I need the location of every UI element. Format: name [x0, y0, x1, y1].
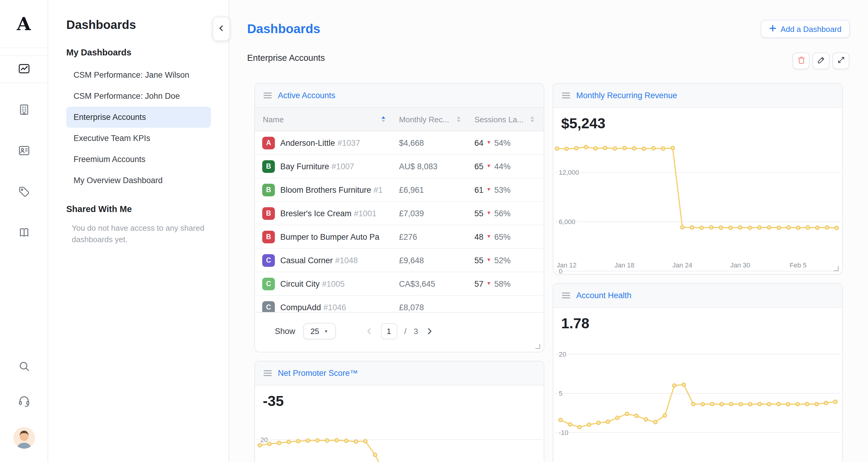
widgets-grid: Active Accounts Name Monthly Rec... Sess…	[254, 83, 868, 462]
page-total: 3	[413, 327, 418, 335]
widget-title[interactable]: Active Accounts	[278, 91, 336, 100]
sidebar-item-enterprise-accounts[interactable]: Enterprise Accounts	[66, 107, 211, 128]
health-value: 1.78	[561, 315, 842, 332]
trend-down-icon: ▼	[487, 140, 491, 145]
sessions-percent: 65%	[494, 232, 510, 241]
account-name: Bay Furniture	[280, 162, 329, 171]
account-row[interactable]: CCasual Corner#1048 £9,648 55▼52%	[255, 249, 544, 272]
drag-handle-icon[interactable]	[562, 92, 570, 99]
widget-title[interactable]: Net Promoter Score™	[278, 369, 358, 378]
rail-item-library[interactable]	[0, 219, 48, 247]
column-label: Sessions La...	[474, 115, 524, 124]
column-label: Monthly Rec...	[399, 115, 449, 124]
account-avatar: A	[262, 136, 275, 149]
sidebar-item-csm-jane[interactable]: CSM Performance: Jane Wilson	[66, 64, 211, 86]
svg-text:Jan 30: Jan 30	[730, 261, 750, 269]
column-header-mrr[interactable]: Monthly Rec...	[394, 115, 469, 124]
table-footer: Show 25 ▼ 1 / 3	[255, 312, 544, 352]
page-number-input[interactable]: 1	[381, 323, 397, 339]
trend-down-icon: ▼	[487, 164, 491, 169]
account-avatar: B	[262, 160, 275, 172]
account-name-cell: BBumper to Bumper Auto Pa	[255, 230, 394, 243]
sessions-percent: 44%	[494, 162, 510, 171]
account-row[interactable]: CCircuit City#1005 CA$3,645 57▼58%	[255, 272, 544, 296]
account-mrr: £7,039	[394, 209, 469, 218]
rail-item-search[interactable]	[0, 357, 48, 376]
edit-dashboard-button[interactable]	[812, 53, 830, 69]
widget-resize-handle[interactable]	[535, 344, 540, 349]
chevron-left-icon	[217, 24, 225, 34]
account-avatar: B	[262, 184, 275, 196]
app-logo[interactable]: A	[0, 0, 48, 48]
account-sessions: 61▼53%	[469, 185, 544, 194]
rail-item-accounts[interactable]	[0, 96, 48, 124]
sessions-value: 61	[474, 185, 484, 194]
account-name-cell: BBresler's Ice Cream#1001	[255, 207, 394, 220]
app-root: A	[0, 0, 868, 462]
account-name-cell: CCircuit City#1005	[255, 277, 394, 290]
rail-item-billing[interactable]	[0, 178, 48, 206]
column-header-sessions[interactable]: Sessions La...	[469, 115, 544, 124]
account-name-cell: CCompuAdd#1046	[255, 301, 394, 312]
account-avatar: C	[262, 301, 275, 312]
account-name-cell: CCasual Corner#1048	[255, 254, 394, 267]
account-sessions: 57▼58%	[469, 279, 544, 288]
widget-title[interactable]: Monthly Recurring Revenue	[576, 91, 677, 100]
sessions-percent: 56%	[494, 209, 510, 218]
account-row[interactable]: CCompuAdd#1046 £8,078	[255, 296, 544, 312]
accounts-table-body: AAnderson-Little#1037 $4,668 64▼54% BBay…	[255, 131, 544, 312]
widget-active-accounts: Active Accounts Name Monthly Rec... Sess…	[254, 83, 544, 352]
svg-text:Jan 18: Jan 18	[615, 261, 634, 269]
rail-item-dashboards[interactable]	[0, 56, 48, 83]
account-id: #1046	[323, 303, 346, 312]
sessions-value: 48	[474, 232, 484, 241]
account-mrr: CA$3,645	[394, 279, 469, 288]
sidebar-item-executive-kpis[interactable]: Executive Team KPIs	[66, 128, 211, 149]
drag-handle-icon[interactable]	[264, 92, 272, 99]
account-id: #1048	[335, 256, 358, 265]
page-size-select[interactable]: 25 ▼	[303, 323, 336, 339]
rail-item-support[interactable]	[0, 392, 48, 411]
rail-item-contacts[interactable]	[0, 137, 48, 165]
mrr-value: $5,243	[561, 115, 842, 132]
widget-resize-handle[interactable]	[834, 266, 838, 271]
account-row[interactable]: BBay Furniture#1007 AU$ 8,083 65▼44%	[255, 155, 544, 178]
table-column-headers: Name Monthly Rec... Sessions La...	[255, 108, 544, 131]
delete-dashboard-button[interactable]	[793, 53, 809, 69]
headset-icon	[17, 394, 30, 409]
account-id: #1001	[354, 209, 376, 218]
trend-down-icon: ▼	[487, 187, 491, 192]
account-avatar: C	[262, 277, 275, 290]
sidebar-title: Dashboards	[66, 18, 228, 32]
expand-dashboard-button[interactable]	[832, 53, 849, 69]
sort-icons	[530, 116, 534, 122]
account-row[interactable]: AAnderson-Little#1037 $4,668 64▼54%	[255, 131, 544, 155]
sidebar-collapse-button[interactable]	[213, 17, 230, 41]
account-avatar: C	[262, 254, 275, 267]
account-row[interactable]: BBloom Brothers Furniture#1 £6,961 61▼53…	[255, 178, 544, 202]
column-header-name[interactable]: Name	[255, 115, 394, 124]
trend-down-icon: ▼	[487, 211, 491, 216]
next-page-button[interactable]	[425, 327, 434, 335]
sidebar-item-overview[interactable]: My Overview Dashboard	[66, 170, 211, 191]
mrr-chart: Jan 12Jan 18Jan 24Jan 30Feb 512,0006,000…	[553, 84, 843, 275]
account-row[interactable]: BBresler's Ice Cream#1001 £7,039 55▼56%	[255, 202, 544, 225]
account-avatar: B	[262, 207, 275, 220]
user-avatar[interactable]	[13, 427, 35, 449]
page-size-group: Show 25 ▼	[275, 323, 336, 339]
widget-title[interactable]: Account Health	[576, 291, 631, 300]
drag-handle-icon[interactable]	[264, 370, 272, 376]
account-row[interactable]: BBumper to Bumper Auto Pa £276 48▼65%	[255, 225, 544, 249]
account-name: Bresler's Ice Cream	[280, 209, 351, 218]
prev-page-button[interactable]	[364, 327, 373, 335]
tag-icon	[17, 185, 30, 200]
sessions-value: 65	[474, 162, 484, 171]
sessions-percent: 53%	[494, 185, 510, 194]
drag-handle-icon[interactable]	[562, 292, 570, 299]
account-mrr: £276	[394, 232, 469, 241]
sessions-percent: 52%	[494, 256, 510, 265]
add-dashboard-button[interactable]: Add a Dashboard	[761, 20, 850, 38]
sort-icons	[457, 116, 461, 122]
sidebar-item-csm-john[interactable]: CSM Performance: John Doe	[66, 86, 211, 107]
sidebar-item-freemium[interactable]: Freemium Accounts	[66, 149, 211, 170]
